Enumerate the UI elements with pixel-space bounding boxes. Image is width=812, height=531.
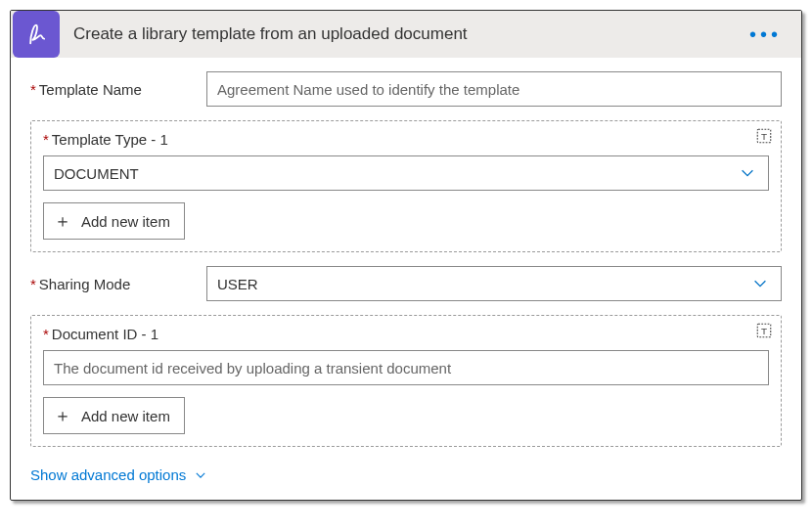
svg-text:T: T	[761, 131, 767, 142]
chevron-down-icon	[739, 164, 756, 182]
template-type-select[interactable]: DOCUMENT	[43, 155, 769, 191]
template-name-label: *Template Name	[30, 81, 206, 98]
card-body: *Template Name T *Template Type - 1 DOCU…	[11, 58, 801, 500]
document-id-group: T *Document ID - 1 ＋ Add new item	[30, 315, 782, 447]
sharing-mode-row: *Sharing Mode USER	[30, 266, 782, 301]
document-id-label: *Document ID - 1	[43, 326, 769, 342]
svg-text:T: T	[761, 326, 767, 336]
template-type-group: T *Template Type - 1 DOCUMENT ＋ Add new …	[30, 120, 782, 252]
card-title: Create a library template from an upload…	[73, 24, 745, 44]
sharing-mode-value: USER	[217, 276, 258, 292]
action-card: Create a library template from an upload…	[10, 10, 802, 501]
template-type-add-button[interactable]: ＋ Add new item	[43, 202, 185, 240]
advanced-label: Show advanced options	[30, 466, 186, 483]
chevron-down-icon	[751, 275, 769, 292]
document-id-input[interactable]	[43, 350, 769, 385]
sharing-mode-label: *Sharing Mode	[30, 276, 206, 292]
sharing-mode-select[interactable]: USER	[206, 266, 782, 301]
template-name-input[interactable]	[206, 71, 782, 107]
plus-icon: ＋	[54, 212, 71, 230]
dynamic-content-icon[interactable]: T	[755, 322, 773, 339]
add-item-label: Add new item	[81, 213, 170, 230]
show-advanced-options[interactable]: Show advanced options	[30, 466, 207, 483]
add-item-label: Add new item	[81, 408, 170, 424]
template-type-label: *Template Type - 1	[43, 131, 769, 148]
template-name-row: *Template Name	[30, 71, 782, 107]
document-id-add-button[interactable]: ＋ Add new item	[43, 397, 185, 434]
template-type-value: DOCUMENT	[54, 165, 139, 182]
card-menu-button[interactable]: •••	[745, 23, 786, 46]
chevron-down-icon	[194, 468, 207, 482]
plus-icon: ＋	[54, 407, 71, 424]
dynamic-content-icon[interactable]: T	[755, 127, 773, 145]
adobe-sign-icon	[13, 11, 60, 58]
card-header: Create a library template from an upload…	[11, 11, 801, 58]
